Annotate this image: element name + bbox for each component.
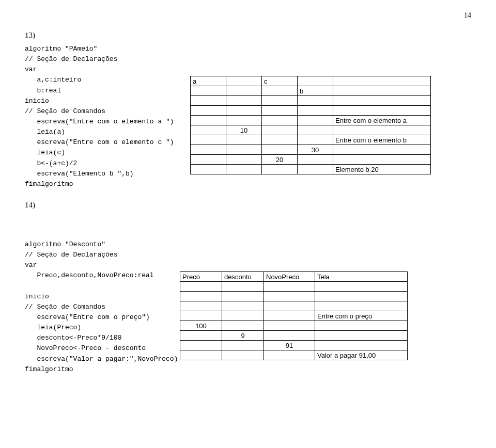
page-number: 14 [25,11,471,20]
trace-a-value: 10 [226,125,262,135]
code-line: // Seção de Comandos [25,106,190,117]
table-row: Valor a pagar 91,00 [180,350,408,360]
code-line: inicio [25,96,190,106]
code-line: var [25,65,471,75]
table-row [180,282,408,292]
col-a-header: a [191,76,226,86]
table-row [180,292,408,301]
table-row: 91 [180,341,408,350]
col-header-preco: Preco [180,272,222,282]
code-line: // Seção de Comandos [25,302,180,312]
exercise-number-13: 13) [25,31,471,40]
trace-desconto-value: 9 [222,331,264,341]
code-line: b:real [25,86,190,96]
trace-c-value: 30 [298,145,333,155]
table-row: Elemento b 20 [191,165,431,174]
table-row [180,301,408,311]
table-row: 9 [180,331,408,341]
table-row: Entre com o elemento a [191,116,431,125]
trace-msg: Elemento b 20 [333,165,431,174]
code-line: // Seção de Declarações [25,54,471,65]
code-line: algoritmo "Desconto" [25,239,471,250]
code-line: algoritmo "PAmeio" [25,44,471,54]
code-line [25,281,180,292]
col-header-desconto: desconto [222,272,264,282]
code-line: escreva("Entre com o elemento c ") [25,137,190,148]
code-line: inicio [25,292,180,302]
code-line: escreva("Elemento b ",b) [25,169,190,179]
trace-msg: Entre com o elemento b [333,135,431,145]
table-row: Preco desconto NovoPreco Tela [180,272,408,282]
trace-table-14: Preco desconto NovoPreco Tela Entre com … [180,271,408,360]
code-line: desconto<-Preco*9/100 [25,333,180,343]
col-b-header: b [298,86,333,96]
table-row: 10 [191,125,431,135]
trace-novopreco-value: 91 [264,341,315,350]
table-row [191,96,431,106]
code-line: escreva("Valor a pagar:",NovoPreco) [25,354,180,364]
code-line: fimalgoritmo [25,364,180,375]
table-row [191,106,431,116]
trace-msg: Entre com o elemento a [333,116,431,125]
code-line: escreva("Entre com o preço") [25,312,180,323]
exercise-number-14: 14) [25,201,471,210]
code-line: Preco,desconto,NovoPreco:real [25,270,180,281]
col-header-novopreco: NovoPreco [264,272,315,282]
table-row: b [191,86,431,96]
trace-b-value: 20 [262,155,298,165]
table-row: 30 [191,145,431,155]
table-row: 20 [191,155,431,165]
code-line: escreva("Entre com o elemento a ") [25,117,190,127]
trace-msg: Valor a pagar 91,00 [315,350,408,360]
trace-msg: Entre com o preço [315,311,408,321]
code-line: leia(c) [25,148,190,158]
code-line: var [25,260,471,270]
code-line: a,c:inteiro [25,75,190,85]
table-row: Entre com o elemento b [191,135,431,145]
code-line: // Seção de Declarações [25,250,471,260]
table-row: 100 [180,321,408,331]
table-row: a c [191,76,431,86]
code-line: fimalgoritmo [25,179,190,189]
table-row: Entre com o preço [180,311,408,321]
trace-preco-value: 100 [180,321,222,331]
col-c-header: c [262,76,298,86]
code-line: leia(a) [25,127,190,137]
code-line: NovoPreco<-Preco - desconto [25,343,180,354]
trace-table-13: a c b Entre com o elemento a 10 [190,76,431,174]
code-line: b<-(a+c)/2 [25,158,190,169]
col-header-tela: Tela [315,272,408,282]
code-line: leia(Preco) [25,323,180,333]
